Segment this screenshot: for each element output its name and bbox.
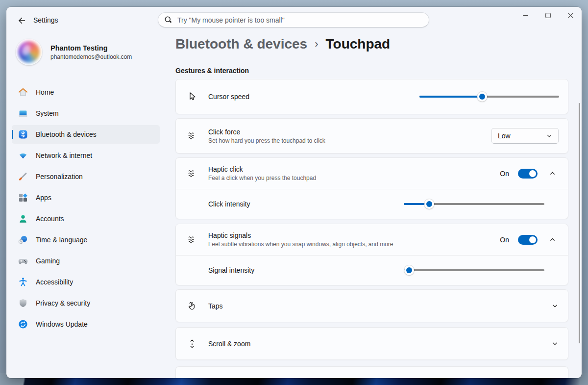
sidebar-item-time-language[interactable]: Time & language — [12, 231, 160, 249]
profile-name: Phantom Testing — [50, 44, 132, 52]
sidebar-item-bluetooth-devices[interactable]: Bluetooth & devices — [12, 125, 160, 144]
sidebar-item-network-internet[interactable]: Network & internet — [12, 146, 160, 165]
taps-row[interactable]: Taps — [175, 289, 568, 322]
toggle-state-label: On — [500, 236, 509, 244]
haptic-waves-icon — [187, 168, 197, 179]
cursor-speed-slider[interactable] — [419, 92, 559, 102]
home-icon — [18, 87, 28, 97]
search-sparkle-icon — [164, 16, 172, 24]
breadcrumb: Bluetooth & devices › Touchpad — [175, 7, 568, 52]
chevron-up-icon — [549, 236, 556, 243]
sidebar-item-accounts[interactable]: Accounts — [12, 209, 160, 228]
toggle-knob — [529, 170, 536, 177]
dropdown-value: Low — [498, 132, 511, 140]
profile[interactable]: Phantom Testing phantomodemos@outlook.co… — [16, 39, 132, 65]
row-description: Feel a click when you press the touchpad — [208, 175, 316, 181]
haptic-click-toggle[interactable] — [518, 169, 538, 179]
toggle-state-label: On — [500, 170, 509, 178]
slider-thumb[interactable] — [404, 265, 414, 275]
avatar — [16, 39, 42, 65]
haptic-signals-row: Haptic signals Feel subtle vibrations wh… — [176, 224, 568, 255]
scroll-zoom-row[interactable]: Scroll & zoom — [175, 327, 568, 360]
privacy-security-icon — [18, 298, 28, 308]
row-label: Cursor speed — [208, 93, 249, 101]
sidebar-item-windows-update[interactable]: Windows Update — [12, 315, 160, 334]
time-language-icon — [18, 235, 28, 245]
system-icon — [18, 108, 28, 118]
row-description: Feel subtle vibrations when you snap win… — [208, 241, 393, 248]
click-intensity-row: Click intensity — [176, 189, 568, 219]
haptic-signals-toggle[interactable] — [518, 235, 538, 245]
haptic-signals-group: Haptic signals Feel subtle vibrations wh… — [175, 224, 568, 285]
breadcrumb-parent[interactable]: Bluetooth & devices — [175, 36, 307, 52]
collapse-button[interactable] — [546, 168, 558, 180]
collapse-button[interactable] — [546, 234, 558, 246]
sidebar-item-privacy-security[interactable]: Privacy & security — [12, 294, 160, 312]
profile-email: phantomodemos@outlook.com — [50, 53, 132, 60]
page-title: Touchpad — [326, 36, 391, 52]
sidebar-item-label: Network & internet — [36, 152, 92, 159]
click-force-dropdown[interactable]: Low — [491, 128, 559, 144]
sidebar-nav: Home System Bluetooth & devices — [12, 83, 160, 336]
personalization-icon — [18, 172, 28, 181]
chevron-down-icon — [546, 133, 552, 139]
sidebar-item-home[interactable]: Home — [12, 83, 160, 102]
sidebar-item-label: Personalization — [36, 173, 83, 180]
sidebar-item-gaming[interactable]: Gaming — [12, 252, 160, 270]
sidebar-item-personalization[interactable]: Personalization — [12, 167, 160, 186]
scroll-icon — [187, 338, 197, 349]
selection-accent-bar — [12, 130, 13, 139]
sidebar-item-label: Gaming — [36, 257, 60, 265]
row-label: Signal intensity — [208, 266, 254, 274]
next-card-partial — [175, 366, 568, 378]
accounts-icon — [18, 214, 28, 224]
slider-thumb[interactable] — [477, 92, 487, 102]
apps-icon — [18, 193, 28, 203]
main-content: Bluetooth & devices › Touchpad Gestures … — [175, 7, 568, 378]
slider-thumb[interactable] — [424, 199, 434, 209]
row-description: Set how hard you press the touchpad to c… — [208, 137, 325, 144]
haptic-click-row: Haptic click Feel a click when you press… — [176, 158, 568, 189]
chevron-up-icon — [549, 170, 556, 177]
slider-track[interactable] — [404, 269, 544, 271]
toggle-knob — [529, 236, 536, 243]
sidebar-item-label: Time & language — [36, 236, 87, 244]
breadcrumb-chevron: › — [315, 38, 318, 51]
sidebar-item-apps[interactable]: Apps — [12, 188, 160, 207]
slider-fill — [419, 96, 482, 98]
row-label: Taps — [208, 302, 223, 310]
accessibility-icon — [18, 277, 28, 287]
network-icon — [18, 151, 28, 160]
haptic-waves-icon — [187, 234, 197, 245]
sidebar-item-label: Accessibility — [36, 278, 73, 286]
sidebar-item-accessibility[interactable]: Accessibility — [12, 273, 160, 291]
signal-intensity-slider[interactable] — [404, 265, 544, 275]
tap-hand-icon — [187, 301, 197, 311]
sidebar-item-label: Windows Update — [36, 320, 88, 328]
haptic-click-group: Haptic click Feel a click when you press… — [175, 157, 568, 219]
bluetooth-icon — [18, 129, 28, 139]
chevron-down-icon — [552, 340, 558, 347]
sidebar-item-label: Home — [36, 88, 54, 96]
signal-intensity-row: Signal intensity — [176, 256, 568, 285]
sidebar-item-label: Privacy & security — [36, 299, 90, 307]
row-label: Click intensity — [208, 200, 250, 208]
section-title: Gestures & interaction — [175, 67, 568, 75]
scrollbar[interactable] — [579, 103, 580, 343]
chevron-down-icon — [552, 303, 558, 309]
windows-update-icon — [18, 319, 28, 329]
click-intensity-slider[interactable] — [404, 199, 544, 209]
settings-window: Settings Phantom Testing — [6, 7, 582, 378]
close-icon — [568, 13, 573, 18]
row-label: Haptic signals — [208, 231, 393, 239]
cursor-speed-row: Cursor speed — [175, 79, 568, 114]
sidebar-item-label: Apps — [36, 194, 51, 202]
sidebar-item-system[interactable]: System — [12, 104, 160, 123]
cursor-icon — [187, 91, 197, 102]
sidebar-item-label: System — [36, 109, 59, 117]
gaming-icon — [18, 256, 28, 266]
sidebar-item-label: Accounts — [36, 215, 64, 223]
back-button[interactable] — [13, 13, 30, 28]
sidebar: Phantom Testing phantomodemos@outlook.co… — [6, 32, 174, 378]
desktop-background: Settings Phantom Testing — [0, 0, 588, 385]
